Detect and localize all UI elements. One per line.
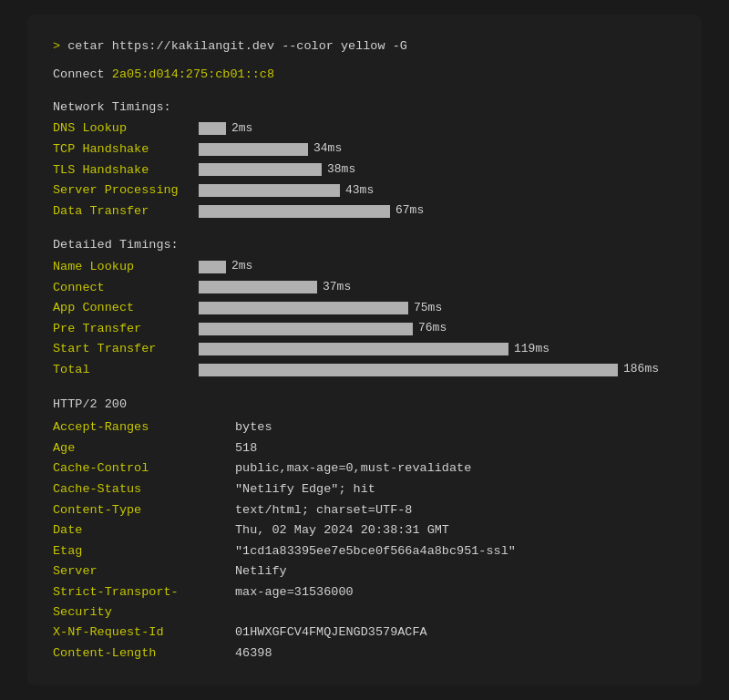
timing-row: Connect 37ms <box>53 278 676 298</box>
header-row: Age 518 <box>53 438 676 458</box>
header-value: "1cd1a83395ee7e5bce0f566a4a8bc951-ssl" <box>235 541 516 561</box>
timing-bar <box>199 205 390 218</box>
header-value: 46398 <box>235 643 272 664</box>
header-row: Cache-Status "Netlify Edge"; hit <box>53 479 676 499</box>
header-value: text/html; charset=UTF-8 <box>235 500 412 520</box>
header-key: Content-Type <box>53 500 235 520</box>
timing-value: 2ms <box>231 257 252 276</box>
timing-label: Pre Transfer <box>53 319 199 339</box>
header-row: Server Netlify <box>53 561 676 582</box>
header-key: Cache-Control <box>53 458 235 479</box>
timing-bar <box>199 281 317 293</box>
timing-value: 37ms <box>323 278 351 297</box>
timing-label: Connect <box>53 278 199 298</box>
timing-label: Start Transfer <box>53 339 199 359</box>
timing-row: DNS Lookup 2ms <box>53 118 676 139</box>
timing-bar <box>199 302 408 314</box>
timing-bar <box>199 163 322 176</box>
timing-bar-container: 43ms <box>199 181 374 201</box>
timing-value: 38ms <box>327 160 355 180</box>
timing-bar-container: 119ms <box>199 340 549 359</box>
header-value: 518 <box>235 438 257 458</box>
header-key: Etag <box>53 541 235 561</box>
header-rows: Accept-Ranges bytes Age 518 Cache-Contro… <box>53 417 676 663</box>
timing-label: TCP Handshake <box>53 139 199 160</box>
timing-value: 2ms <box>231 119 252 139</box>
connect-label: Connect <box>53 67 105 81</box>
timing-bar <box>199 364 618 376</box>
timing-bar-container: 2ms <box>199 119 252 139</box>
header-value: bytes <box>235 417 272 438</box>
detailed-timings-title: Detailed Timings: <box>53 235 676 255</box>
timing-bar-container: 186ms <box>199 360 659 379</box>
header-key: X-Nf-Request-Id <box>53 623 235 643</box>
timing-value: 43ms <box>345 181 374 201</box>
network-timings-title: Network Timings: <box>53 98 676 118</box>
timing-label: TLS Handshake <box>53 160 199 180</box>
timing-row: Total 186ms <box>53 360 676 380</box>
header-row: Content-Length 46398 <box>53 643 676 664</box>
timing-bar-container: 38ms <box>199 160 355 180</box>
command-text: cetar https://kakilangit.dev --color yel… <box>60 39 407 53</box>
timing-value: 67ms <box>395 201 424 221</box>
header-value: Thu, 02 May 2024 20:38:31 GMT <box>235 520 449 540</box>
timing-row: App Connect 75ms <box>53 298 676 318</box>
header-row: Strict-Transport-Security max-age=315360… <box>53 582 676 622</box>
header-row: Cache-Control public,max-age=0,must-reva… <box>53 458 676 479</box>
header-key: Cache-Status <box>53 479 235 499</box>
timing-label: App Connect <box>53 298 199 318</box>
header-key: Accept-Ranges <box>53 417 235 438</box>
timing-bar-container: 34ms <box>199 139 342 159</box>
timing-value: 119ms <box>514 340 549 359</box>
timing-value: 75ms <box>414 299 442 318</box>
timing-bar-container: 75ms <box>199 299 442 318</box>
timing-bar-container: 2ms <box>199 257 252 276</box>
timing-bar <box>199 261 226 273</box>
timing-bar <box>199 323 413 335</box>
header-key: Content-Length <box>53 643 235 664</box>
header-row: Accept-Ranges bytes <box>53 417 676 438</box>
headers-section: HTTP/2 200 Accept-Ranges bytes Age 518 C… <box>53 395 676 664</box>
timing-value: 186ms <box>623 360 659 379</box>
timing-row: Pre Transfer 76ms <box>53 319 676 339</box>
header-row: Etag "1cd1a83395ee7e5bce0f566a4a8bc951-s… <box>53 541 676 561</box>
timing-row: TCP Handshake 34ms <box>53 139 676 160</box>
network-timings-section: Network Timings: DNS Lookup 2ms TCP Hand… <box>53 98 676 221</box>
connect-line: Connect 2a05:d014:275:cb01::c8 <box>53 65 676 85</box>
timing-value: 76ms <box>418 319 447 338</box>
timing-bar <box>199 143 308 156</box>
header-key: Strict-Transport-Security <box>53 582 235 622</box>
header-value: "Netlify Edge"; hit <box>235 479 375 499</box>
header-value: 01HWXGFCV4FMQJENGD3579ACFA <box>235 623 427 643</box>
timing-row: Start Transfer 119ms <box>53 339 676 359</box>
header-key: Server <box>53 561 235 582</box>
timing-row: Data Transfer 67ms <box>53 201 676 221</box>
command-line: > cetar https://kakilangit.dev --color y… <box>53 36 676 57</box>
connect-ip: 2a05:d014:275:cb01::c8 <box>112 67 274 81</box>
header-row: Content-Type text/html; charset=UTF-8 <box>53 500 676 520</box>
timing-value: 34ms <box>313 139 342 159</box>
header-value: max-age=31536000 <box>235 582 354 622</box>
timing-bar-container: 76ms <box>199 319 447 338</box>
terminal-window: > cetar https://kakilangit.dev --color y… <box>27 15 702 686</box>
detailed-timings-section: Detailed Timings: Name Lookup 2ms Connec… <box>53 235 676 379</box>
header-row: Date Thu, 02 May 2024 20:38:31 GMT <box>53 520 676 540</box>
timing-label: Server Processing <box>53 180 199 201</box>
timing-label: Data Transfer <box>53 201 199 221</box>
timing-label: Name Lookup <box>53 257 199 277</box>
header-value: Netlify <box>235 561 287 582</box>
header-value: public,max-age=0,must-revalidate <box>235 458 471 479</box>
prompt-symbol: > <box>53 39 60 53</box>
timing-label: DNS Lookup <box>53 118 199 139</box>
timing-bar <box>199 184 340 197</box>
timing-bar-container: 37ms <box>199 278 351 297</box>
network-timings-rows: DNS Lookup 2ms TCP Handshake 34ms TLS Ha… <box>53 118 676 221</box>
header-key: Age <box>53 438 235 458</box>
detailed-timings-rows: Name Lookup 2ms Connect 37ms App Connect… <box>53 257 676 380</box>
header-key: Date <box>53 520 235 540</box>
timing-row: Server Processing 43ms <box>53 180 676 201</box>
timing-bar-container: 67ms <box>199 201 424 221</box>
timing-bar <box>199 343 508 355</box>
timing-row: TLS Handshake 38ms <box>53 160 676 180</box>
header-row: X-Nf-Request-Id 01HWXGFCV4FMQJENGD3579AC… <box>53 623 676 643</box>
